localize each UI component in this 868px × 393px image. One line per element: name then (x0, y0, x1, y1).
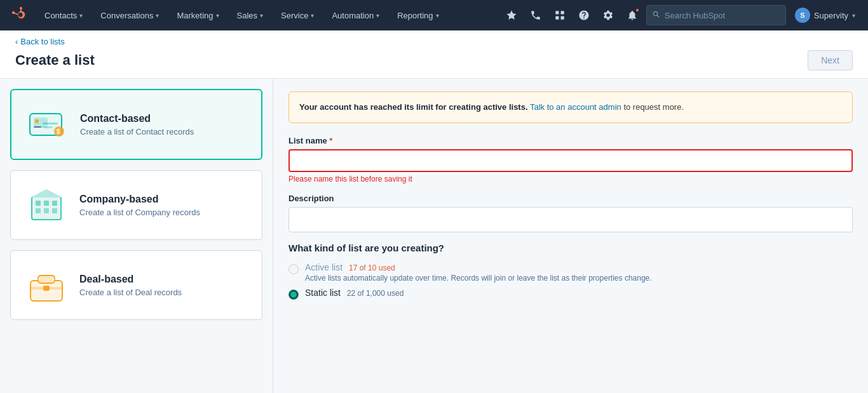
upgrade-icon[interactable] (501, 5, 522, 25)
nav-items: Contacts ▾ Conversations ▾ Marketing ▾ S… (36, 0, 501, 30)
help-icon[interactable] (574, 5, 594, 25)
svg-rect-25 (38, 278, 55, 281)
search-icon (652, 10, 661, 21)
chevron-icon: ▾ (436, 12, 439, 19)
nav-conversations[interactable]: Conversations ▾ (92, 0, 168, 30)
chevron-icon: ▾ (156, 12, 159, 19)
nav-reporting[interactable]: Reporting ▾ (388, 0, 447, 30)
main-content: $ Contact-based Create a list of Contact… (0, 79, 868, 393)
notification-dot (635, 8, 640, 13)
left-panel: $ Contact-based Create a list of Contact… (0, 79, 273, 393)
admin-link[interactable]: Talk to an account admin (530, 102, 621, 112)
active-list-label[interactable]: Active list 17 of 10 used (305, 262, 395, 272)
svg-rect-2 (555, 17, 559, 20)
page-title: Create a list (15, 52, 95, 69)
svg-rect-18 (44, 208, 49, 213)
chevron-icon: ▾ (376, 12, 379, 19)
nav-automation[interactable]: Automation ▾ (323, 0, 388, 30)
right-panel: Your account has reached its limit for c… (273, 79, 868, 393)
svg-rect-8 (34, 126, 41, 128)
description-group: Description (288, 194, 853, 232)
svg-text:$: $ (57, 128, 60, 135)
list-name-input[interactable] (288, 149, 853, 172)
svg-rect-17 (36, 208, 41, 213)
svg-rect-3 (560, 17, 564, 20)
list-kind-group: What kind of list are you creating? Acti… (288, 243, 853, 300)
nav-service[interactable]: Service ▾ (272, 0, 323, 30)
svg-rect-19 (52, 208, 57, 213)
svg-rect-15 (44, 201, 49, 206)
back-to-lists-link[interactable]: ‹ Back to lists (15, 37, 853, 46)
topnav-right-actions: S Supervity ▾ (501, 5, 860, 25)
company-based-icon (24, 182, 69, 228)
svg-rect-0 (555, 11, 559, 14)
description-input[interactable] (288, 207, 853, 232)
workspace-chevron-icon: ▾ (852, 12, 855, 19)
workspace-button[interactable]: S Supervity ▾ (790, 5, 860, 25)
static-list-option: Static list 22 of 1,000 used (288, 288, 853, 300)
chevron-icon: ▾ (79, 12, 83, 19)
svg-rect-9 (43, 123, 58, 124)
marketplace-icon[interactable] (550, 5, 570, 25)
notifications-icon[interactable] (622, 5, 642, 25)
svg-marker-20 (31, 189, 62, 197)
svg-point-7 (35, 119, 39, 123)
search-input[interactable] (665, 11, 780, 20)
list-name-label: List name * (288, 136, 853, 145)
nav-sales[interactable]: Sales ▾ (228, 0, 273, 30)
description-label: Description (288, 194, 853, 203)
top-navigation: Contacts ▾ Conversations ▾ Marketing ▾ S… (0, 0, 868, 30)
deal-based-icon (24, 262, 69, 308)
nav-contacts[interactable]: Contacts ▾ (36, 0, 92, 30)
static-list-radio[interactable] (288, 290, 299, 300)
svg-rect-10 (43, 126, 53, 128)
active-list-option: Active list 17 of 10 used Active lists a… (288, 262, 853, 283)
settings-icon[interactable] (598, 5, 618, 25)
list-name-error: Please name this list before saving it (288, 175, 853, 183)
back-arrow-icon: ‹ (15, 37, 18, 46)
hubspot-logo[interactable] (8, 4, 31, 27)
static-list-label[interactable]: Static list 22 of 1,000 used (305, 288, 403, 298)
subheader: ‹ Back to lists Create a list Next (0, 30, 868, 79)
contact-based-text: Contact-based Create a list of Contact r… (80, 113, 194, 137)
contact-based-card[interactable]: $ Contact-based Create a list of Contact… (10, 89, 262, 160)
phone-icon[interactable] (526, 5, 546, 25)
company-based-card[interactable]: Company-based Create a list of Company r… (10, 170, 262, 240)
list-kind-title: What kind of list are you creating? (288, 243, 853, 253)
list-name-group: List name * Please name this list before… (288, 136, 853, 183)
search-box[interactable] (646, 5, 786, 25)
svg-rect-16 (52, 201, 57, 206)
svg-rect-1 (560, 11, 564, 14)
deal-based-text: Deal-based Create a list of Deal records (79, 274, 182, 297)
svg-rect-14 (36, 201, 41, 206)
chevron-icon: ▾ (311, 12, 314, 19)
active-list-sublabel: Active lists automatically update over t… (305, 274, 652, 283)
next-button[interactable]: Next (808, 50, 853, 70)
subheader-row: Create a list Next (15, 50, 853, 70)
deal-based-card[interactable]: Deal-based Create a list of Deal records (10, 250, 262, 320)
active-list-radio[interactable] (288, 264, 299, 274)
workspace-avatar: S (795, 8, 810, 23)
svg-rect-24 (43, 286, 50, 291)
company-based-text: Company-based Create a list of Company r… (79, 194, 200, 217)
radio-group: Active list 17 of 10 used Active lists a… (288, 262, 853, 300)
nav-marketing[interactable]: Marketing ▾ (168, 0, 227, 30)
active-list-badge: 17 of 10 used (349, 263, 395, 272)
warning-banner: Your account has reached its limit for c… (288, 91, 853, 123)
chevron-icon: ▾ (260, 12, 263, 19)
chevron-icon: ▾ (216, 12, 219, 19)
contact-based-icon: $ (24, 102, 70, 147)
static-list-badge: 22 of 1,000 used (347, 289, 403, 298)
